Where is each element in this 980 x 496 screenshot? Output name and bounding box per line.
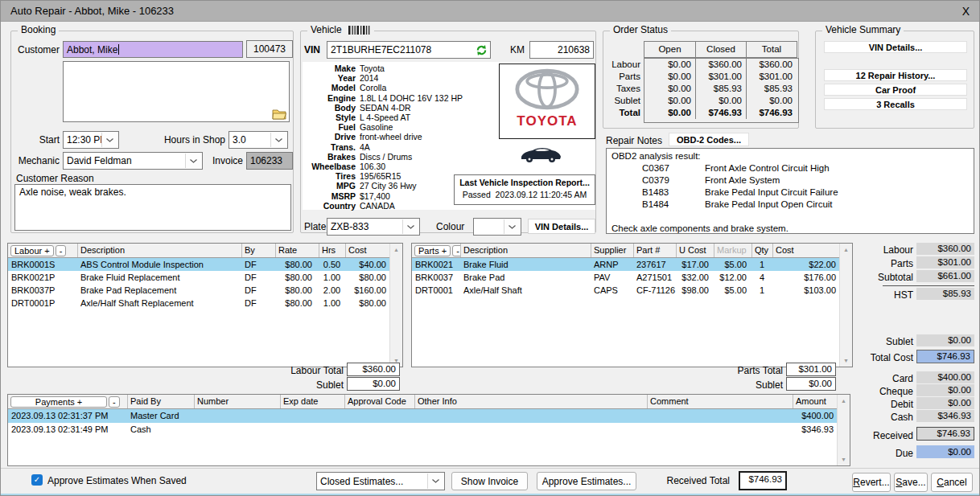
totals-hst-value: $85.93 (916, 288, 974, 300)
cash-label: Cash (841, 412, 913, 423)
auto-repair-window: Auto Repair - Abbot, Mike - 106233 X Boo… (0, 0, 980, 496)
labour-add-button[interactable]: Labour + (10, 245, 54, 256)
order-status-group-label: Order Status (610, 24, 671, 35)
column-open: Open (644, 42, 695, 57)
received-value: $746.93 (916, 427, 974, 441)
km-input[interactable]: 210638 (529, 41, 594, 59)
received-total-label: Received Total (653, 475, 730, 486)
estimates-dropdown[interactable]: Closed Estimates... (316, 472, 445, 490)
customer-reason-box[interactable]: Axle noise, weak brakes. (14, 184, 291, 231)
mechanic-combo[interactable]: David Feldman (63, 152, 203, 170)
revert-button[interactable]: Revert... (852, 473, 891, 492)
text-caret (118, 44, 119, 55)
open-folder-icon[interactable] (272, 109, 286, 120)
obd-code-row: B1484Brake Pedal Input Open Circuit (611, 199, 969, 211)
totals-hst-label: HST (841, 289, 913, 301)
parts-sublet-box: $0.00 (786, 377, 836, 391)
labour-row[interactable]: BRK0037PBrake Pad ReplacementDF$80.002.0… (8, 284, 402, 297)
labour-total-box: $360.00 (347, 363, 400, 376)
column-closed: Closed (695, 42, 746, 57)
payment-row[interactable]: 2023.09.13 02:31:49 PMCash$346.93 (8, 423, 850, 437)
labour-total-label: Labour Total (266, 365, 344, 376)
totals-sublet-label: Sublet (841, 336, 913, 347)
repair-notes-footer: Check axle components and brake system. (611, 223, 969, 235)
vin-details-button[interactable]: VIN Details... (528, 219, 595, 234)
toyota-emblem-icon (514, 68, 580, 110)
colour-combo[interactable] (473, 218, 521, 236)
parts-row[interactable]: BRK0037Brake PadPAVA271501$32.00$12.004$… (412, 271, 852, 284)
refresh-icon[interactable] (476, 44, 488, 56)
close-button[interactable]: X (962, 5, 970, 18)
cheque-label: Cheque (841, 386, 913, 397)
customer-reason-label: Customer Reason (16, 173, 94, 184)
labour-remove-button[interactable]: - (56, 245, 67, 256)
customer-input[interactable]: Abbot, Mike (63, 41, 243, 58)
card-value: $400.00 (916, 371, 974, 383)
repair-history-button[interactable]: 12 Repair History... (824, 69, 967, 81)
row-label-total: Total (603, 108, 640, 117)
customer-id-field[interactable]: 100473 (246, 40, 293, 58)
debit-label: Debit (841, 399, 913, 410)
customer-notes-box[interactable] (63, 61, 290, 122)
last-inspection-button[interactable]: Last Vehicle Inspection Report... Passed… (454, 174, 595, 205)
toyota-logo-text: TOYOTA (500, 113, 595, 129)
debit-value: $0.00 (916, 397, 974, 409)
approve-estimates-checkbox[interactable]: ✓ (31, 474, 43, 486)
labour-sublet-label: Sublet (266, 379, 344, 391)
customer-label: Customer (13, 44, 60, 55)
parts-remove-button[interactable]: - (452, 245, 460, 256)
total-cost-value: $746.93 (916, 350, 974, 363)
hours-in-shop-combo[interactable]: 3.0 (229, 131, 288, 149)
obd-intro: OBD2 analysis result: (611, 150, 969, 162)
inspection-status: Passed (463, 190, 491, 199)
labour-row[interactable]: BRK0021PBrake Fluid ReplacementDF$80.001… (8, 271, 402, 284)
parts-grid: Parts +- Description Supplier Part # U C… (411, 243, 853, 367)
obd2-codes-button[interactable]: OBD-2 Codes... (669, 133, 749, 146)
order-status-group: Order Status Open Closed Total Labour Pa… (603, 31, 799, 129)
cheque-value: $0.00 (916, 384, 974, 396)
payment-row[interactable]: 2023.09.13 02:31:37 PMMaster Card$400.00 (8, 409, 850, 423)
parts-sublet-label: Sublet (706, 379, 783, 391)
show-invoice-button[interactable]: Show Invoice (451, 472, 528, 490)
totals-parts-value: $301.00 (916, 256, 974, 268)
cancel-button[interactable]: Cancel (931, 473, 973, 492)
plate-combo[interactable]: ZXB-833 (327, 218, 420, 236)
start-time-combo[interactable]: 12:30 PM (63, 131, 119, 149)
save-button[interactable]: Save... (894, 473, 928, 492)
scroll-up-icon[interactable]: ▲ (838, 395, 850, 407)
colour-label: Colour (436, 221, 464, 232)
payments-add-button[interactable]: Payments + (10, 396, 107, 408)
labour-sublet-box: $0.00 (347, 377, 400, 391)
payments-scrollbar[interactable]: ▲▼ (837, 395, 850, 465)
chevron-down-icon (185, 154, 201, 168)
row-label-labour: Labour (603, 59, 640, 69)
scroll-up-icon[interactable]: ▲ (390, 244, 402, 256)
summary-vin-details-button[interactable]: VIN Details... (824, 41, 967, 53)
vin-label: VIN (304, 44, 320, 55)
approve-estimates-button[interactable]: Approve Estimates... (537, 472, 636, 490)
obd-code-row: C0367Front Axle Control Circuit High (611, 162, 969, 174)
chevron-down-icon (101, 133, 117, 147)
labour-row[interactable]: BRK0001SABS Control Module InspectionDF$… (8, 258, 402, 271)
totals-subtotal-label: Subtotal (841, 272, 913, 283)
received-label: Received (841, 430, 913, 441)
km-label: KM (499, 44, 525, 55)
payments-remove-button[interactable]: - (109, 396, 120, 408)
inspection-date: 2023.09.12 11:20:45 AM (496, 190, 587, 199)
parts-row[interactable]: DRT0001Axle/Half ShaftCAPSCF-71126$98.00… (412, 284, 852, 297)
obd-code-row: C0379Front Axle System (611, 174, 969, 187)
parts-add-button[interactable]: Parts + (414, 245, 451, 256)
vin-input[interactable]: 2T1BURHE7EC211078 (327, 41, 491, 59)
labour-row[interactable]: DRT0001PAxle/Half Shaft ReplacementDF$80… (8, 297, 402, 309)
repair-notes-box[interactable]: OBD2 analysis result: C0367Front Axle Co… (606, 148, 974, 234)
parts-row[interactable]: BRK0021Brake FluidARNP237617$17.00$5.001… (412, 258, 852, 271)
plate-label: Plate (304, 221, 326, 232)
received-total-box: $746.93 (739, 471, 787, 490)
chevron-down-icon (504, 219, 520, 234)
labour-scrollbar[interactable]: ▲▼ (389, 244, 402, 367)
toyota-logo-box: TOYOTA (499, 64, 595, 139)
scroll-down-icon[interactable]: ▼ (838, 453, 850, 465)
recalls-button[interactable]: 3 Recalls (824, 98, 967, 110)
car-proof-button[interactable]: Car Proof (824, 84, 967, 96)
title-bar: Auto Repair - Abbot, Mike - 106233 X (1, 1, 979, 22)
